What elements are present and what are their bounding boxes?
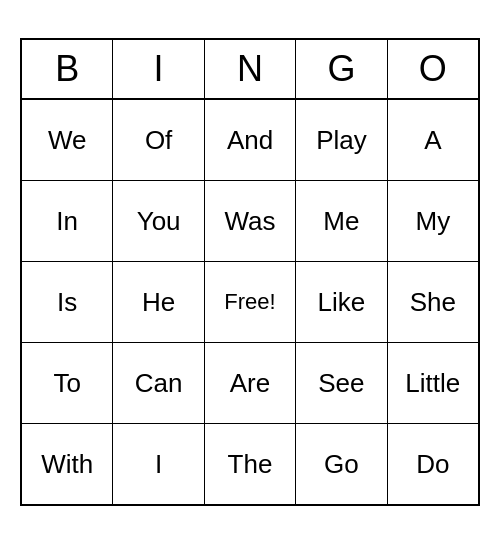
bingo-cell-3-3: See: [296, 343, 387, 423]
bingo-cell-4-4: Do: [388, 424, 478, 504]
bingo-cell-3-1: Can: [113, 343, 204, 423]
bingo-cell-4-3: Go: [296, 424, 387, 504]
bingo-cell-2-4: She: [388, 262, 478, 342]
bingo-cell-1-3: Me: [296, 181, 387, 261]
bingo-cell-2-0: Is: [22, 262, 113, 342]
bingo-cell-4-1: I: [113, 424, 204, 504]
bingo-cell-0-3: Play: [296, 100, 387, 180]
bingo-cell-4-2: The: [205, 424, 296, 504]
bingo-cell-1-2: Was: [205, 181, 296, 261]
bingo-cell-4-0: With: [22, 424, 113, 504]
bingo-row-2: IsHeFree!LikeShe: [22, 262, 478, 343]
header-letter-n: N: [205, 40, 296, 98]
header-letter-i: I: [113, 40, 204, 98]
bingo-cell-2-3: Like: [296, 262, 387, 342]
bingo-cell-1-1: You: [113, 181, 204, 261]
bingo-row-4: WithITheGoDo: [22, 424, 478, 504]
bingo-row-0: WeOfAndPlayA: [22, 100, 478, 181]
header-letter-o: O: [388, 40, 478, 98]
bingo-cell-1-0: In: [22, 181, 113, 261]
bingo-grid: WeOfAndPlayAInYouWasMeMyIsHeFree!LikeShe…: [22, 100, 478, 504]
bingo-row-3: ToCanAreSeeLittle: [22, 343, 478, 424]
bingo-card: BINGO WeOfAndPlayAInYouWasMeMyIsHeFree!L…: [20, 38, 480, 506]
bingo-cell-2-1: He: [113, 262, 204, 342]
bingo-cell-3-2: Are: [205, 343, 296, 423]
bingo-cell-3-0: To: [22, 343, 113, 423]
bingo-cell-3-4: Little: [388, 343, 478, 423]
bingo-header: BINGO: [22, 40, 478, 100]
bingo-cell-0-0: We: [22, 100, 113, 180]
bingo-row-1: InYouWasMeMy: [22, 181, 478, 262]
bingo-cell-0-4: A: [388, 100, 478, 180]
bingo-cell-0-1: Of: [113, 100, 204, 180]
header-letter-b: B: [22, 40, 113, 98]
header-letter-g: G: [296, 40, 387, 98]
bingo-cell-2-2: Free!: [205, 262, 296, 342]
bingo-cell-1-4: My: [388, 181, 478, 261]
bingo-cell-0-2: And: [205, 100, 296, 180]
